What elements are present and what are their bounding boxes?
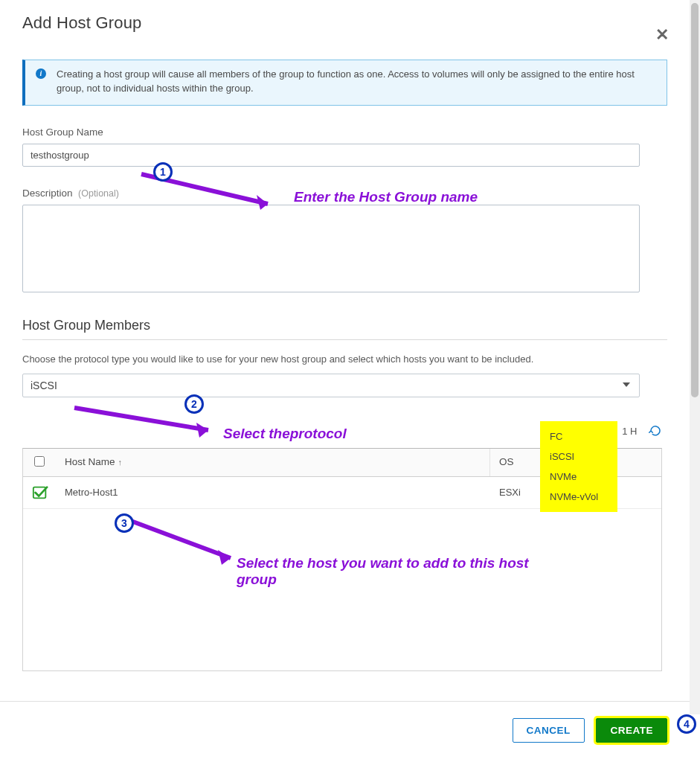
close-icon[interactable]: ✕ <box>655 25 669 45</box>
select-all-cell[interactable] <box>23 449 56 476</box>
row-checkbox-cell[interactable] <box>23 477 56 508</box>
description-input[interactable] <box>22 205 640 292</box>
refresh-icon[interactable] <box>649 424 662 440</box>
protocol-option-fc[interactable]: FC <box>541 426 617 446</box>
create-button[interactable]: CREATE <box>596 718 667 743</box>
add-host-group-dialog: Add Host Group ✕ i Creating a host group… <box>0 0 690 762</box>
optional-hint: (Optional) <box>78 188 119 199</box>
members-heading: Host Group Members <box>22 318 667 340</box>
protocol-options-popover[interactable]: FC iSCSI NVMe NVMe-vVol <box>540 421 617 512</box>
dialog-footer: CANCEL CREATE <box>0 701 690 762</box>
checked-icon <box>32 484 48 501</box>
members-helper-text: Choose the protocol type you would like … <box>22 353 667 365</box>
chevron-down-icon <box>623 382 630 387</box>
cancel-button[interactable]: CANCEL <box>513 718 585 743</box>
protocol-option-nvme[interactable]: NVMe <box>541 467 617 487</box>
protocol-option-nvme-vvol[interactable]: NVMe-vVol <box>541 487 617 507</box>
description-label: Description (Optional) <box>22 188 667 199</box>
host-group-name-input[interactable] <box>22 144 640 167</box>
info-icon: i <box>36 68 46 79</box>
sort-asc-icon: ↑ <box>118 458 123 467</box>
column-host-name[interactable]: Host Name↑ <box>56 449 490 476</box>
info-banner: i Creating a host group will cause all m… <box>22 60 667 106</box>
host-count: 1 H <box>622 426 637 437</box>
protocol-select-value: iSCSI <box>30 380 57 391</box>
host-group-name-label: Host Group Name <box>22 127 667 138</box>
scrollbar-thumb[interactable] <box>691 3 699 397</box>
protocol-select[interactable]: iSCSI <box>22 374 640 397</box>
info-banner-text: Creating a host group will cause all mem… <box>57 68 635 94</box>
row-host-name: Metro-Host1 <box>56 479 490 505</box>
vertical-scrollbar[interactable] <box>690 0 700 714</box>
dialog-title: Add Host Group <box>22 13 667 33</box>
protocol-option-iscsi[interactable]: iSCSI <box>541 446 617 467</box>
select-all-checkbox[interactable] <box>34 456 45 467</box>
